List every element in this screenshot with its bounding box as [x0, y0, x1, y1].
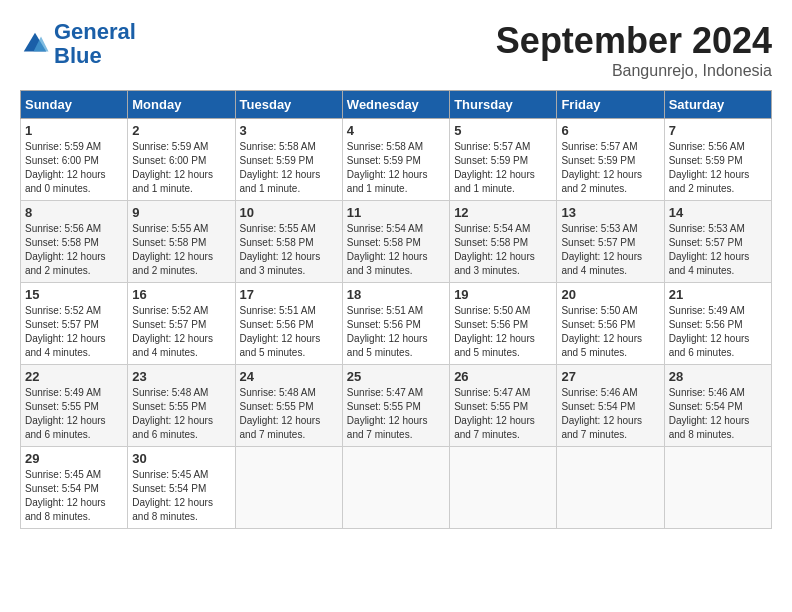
calendar-week-4: 22Sunrise: 5:49 AMSunset: 5:55 PMDayligh…: [21, 365, 772, 447]
day-number: 12: [454, 205, 552, 220]
header-thursday: Thursday: [450, 91, 557, 119]
calendar-cell: 20Sunrise: 5:50 AMSunset: 5:56 PMDayligh…: [557, 283, 664, 365]
title-block: September 2024 Bangunrejo, Indonesia: [496, 20, 772, 80]
calendar-cell: [342, 447, 449, 529]
calendar-cell: 23Sunrise: 5:48 AMSunset: 5:55 PMDayligh…: [128, 365, 235, 447]
day-number: 19: [454, 287, 552, 302]
calendar-cell: 19Sunrise: 5:50 AMSunset: 5:56 PMDayligh…: [450, 283, 557, 365]
day-number: 25: [347, 369, 445, 384]
day-details: Sunrise: 5:59 AMSunset: 6:00 PMDaylight:…: [132, 141, 213, 194]
calendar-cell: 3Sunrise: 5:58 AMSunset: 5:59 PMDaylight…: [235, 119, 342, 201]
day-details: Sunrise: 5:46 AMSunset: 5:54 PMDaylight:…: [561, 387, 642, 440]
day-details: Sunrise: 5:54 AMSunset: 5:58 PMDaylight:…: [454, 223, 535, 276]
calendar-cell: 4Sunrise: 5:58 AMSunset: 5:59 PMDaylight…: [342, 119, 449, 201]
calendar-cell: 13Sunrise: 5:53 AMSunset: 5:57 PMDayligh…: [557, 201, 664, 283]
calendar-cell: 26Sunrise: 5:47 AMSunset: 5:55 PMDayligh…: [450, 365, 557, 447]
day-number: 27: [561, 369, 659, 384]
day-details: Sunrise: 5:45 AMSunset: 5:54 PMDaylight:…: [25, 469, 106, 522]
calendar-cell: 25Sunrise: 5:47 AMSunset: 5:55 PMDayligh…: [342, 365, 449, 447]
logo-general: General: [54, 19, 136, 44]
day-number: 15: [25, 287, 123, 302]
day-number: 22: [25, 369, 123, 384]
calendar-cell: 7Sunrise: 5:56 AMSunset: 5:59 PMDaylight…: [664, 119, 771, 201]
calendar-cell: 17Sunrise: 5:51 AMSunset: 5:56 PMDayligh…: [235, 283, 342, 365]
header-tuesday: Tuesday: [235, 91, 342, 119]
day-details: Sunrise: 5:55 AMSunset: 5:58 PMDaylight:…: [132, 223, 213, 276]
calendar-cell: 27Sunrise: 5:46 AMSunset: 5:54 PMDayligh…: [557, 365, 664, 447]
calendar-cell: 24Sunrise: 5:48 AMSunset: 5:55 PMDayligh…: [235, 365, 342, 447]
day-details: Sunrise: 5:47 AMSunset: 5:55 PMDaylight:…: [454, 387, 535, 440]
day-details: Sunrise: 5:56 AMSunset: 5:59 PMDaylight:…: [669, 141, 750, 194]
day-details: Sunrise: 5:52 AMSunset: 5:57 PMDaylight:…: [25, 305, 106, 358]
location: Bangunrejo, Indonesia: [496, 62, 772, 80]
day-number: 2: [132, 123, 230, 138]
day-details: Sunrise: 5:57 AMSunset: 5:59 PMDaylight:…: [561, 141, 642, 194]
calendar-body: 1Sunrise: 5:59 AMSunset: 6:00 PMDaylight…: [21, 119, 772, 529]
day-details: Sunrise: 5:48 AMSunset: 5:55 PMDaylight:…: [240, 387, 321, 440]
day-number: 16: [132, 287, 230, 302]
day-number: 14: [669, 205, 767, 220]
day-number: 9: [132, 205, 230, 220]
calendar-cell: [557, 447, 664, 529]
day-details: Sunrise: 5:46 AMSunset: 5:54 PMDaylight:…: [669, 387, 750, 440]
day-number: 11: [347, 205, 445, 220]
calendar-cell: 16Sunrise: 5:52 AMSunset: 5:57 PMDayligh…: [128, 283, 235, 365]
calendar-cell: 6Sunrise: 5:57 AMSunset: 5:59 PMDaylight…: [557, 119, 664, 201]
day-number: 20: [561, 287, 659, 302]
calendar-cell: 15Sunrise: 5:52 AMSunset: 5:57 PMDayligh…: [21, 283, 128, 365]
day-details: Sunrise: 5:53 AMSunset: 5:57 PMDaylight:…: [669, 223, 750, 276]
day-details: Sunrise: 5:51 AMSunset: 5:56 PMDaylight:…: [347, 305, 428, 358]
day-details: Sunrise: 5:54 AMSunset: 5:58 PMDaylight:…: [347, 223, 428, 276]
calendar-cell: [664, 447, 771, 529]
calendar-cell: 5Sunrise: 5:57 AMSunset: 5:59 PMDaylight…: [450, 119, 557, 201]
header-wednesday: Wednesday: [342, 91, 449, 119]
day-details: Sunrise: 5:57 AMSunset: 5:59 PMDaylight:…: [454, 141, 535, 194]
day-details: Sunrise: 5:47 AMSunset: 5:55 PMDaylight:…: [347, 387, 428, 440]
day-number: 24: [240, 369, 338, 384]
calendar-cell: 29Sunrise: 5:45 AMSunset: 5:54 PMDayligh…: [21, 447, 128, 529]
logo-icon: [20, 29, 50, 59]
day-details: Sunrise: 5:48 AMSunset: 5:55 PMDaylight:…: [132, 387, 213, 440]
calendar-cell: 8Sunrise: 5:56 AMSunset: 5:58 PMDaylight…: [21, 201, 128, 283]
calendar-cell: 11Sunrise: 5:54 AMSunset: 5:58 PMDayligh…: [342, 201, 449, 283]
calendar-cell: 12Sunrise: 5:54 AMSunset: 5:58 PMDayligh…: [450, 201, 557, 283]
calendar-week-2: 8Sunrise: 5:56 AMSunset: 5:58 PMDaylight…: [21, 201, 772, 283]
header-monday: Monday: [128, 91, 235, 119]
day-number: 1: [25, 123, 123, 138]
calendar-cell: 2Sunrise: 5:59 AMSunset: 6:00 PMDaylight…: [128, 119, 235, 201]
day-number: 3: [240, 123, 338, 138]
day-details: Sunrise: 5:53 AMSunset: 5:57 PMDaylight:…: [561, 223, 642, 276]
day-number: 17: [240, 287, 338, 302]
day-number: 5: [454, 123, 552, 138]
day-number: 23: [132, 369, 230, 384]
day-details: Sunrise: 5:51 AMSunset: 5:56 PMDaylight:…: [240, 305, 321, 358]
day-number: 7: [669, 123, 767, 138]
calendar-cell: 30Sunrise: 5:45 AMSunset: 5:54 PMDayligh…: [128, 447, 235, 529]
day-details: Sunrise: 5:49 AMSunset: 5:56 PMDaylight:…: [669, 305, 750, 358]
day-details: Sunrise: 5:45 AMSunset: 5:54 PMDaylight:…: [132, 469, 213, 522]
day-details: Sunrise: 5:58 AMSunset: 5:59 PMDaylight:…: [347, 141, 428, 194]
calendar-cell: 10Sunrise: 5:55 AMSunset: 5:58 PMDayligh…: [235, 201, 342, 283]
header-row: SundayMondayTuesdayWednesdayThursdayFrid…: [21, 91, 772, 119]
day-details: Sunrise: 5:52 AMSunset: 5:57 PMDaylight:…: [132, 305, 213, 358]
calendar-cell: 1Sunrise: 5:59 AMSunset: 6:00 PMDaylight…: [21, 119, 128, 201]
day-details: Sunrise: 5:50 AMSunset: 5:56 PMDaylight:…: [561, 305, 642, 358]
month-title: September 2024: [496, 20, 772, 62]
day-number: 30: [132, 451, 230, 466]
logo-text: General Blue: [54, 20, 136, 68]
day-number: 21: [669, 287, 767, 302]
day-number: 4: [347, 123, 445, 138]
day-details: Sunrise: 5:50 AMSunset: 5:56 PMDaylight:…: [454, 305, 535, 358]
calendar-cell: 9Sunrise: 5:55 AMSunset: 5:58 PMDaylight…: [128, 201, 235, 283]
calendar-cell: 18Sunrise: 5:51 AMSunset: 5:56 PMDayligh…: [342, 283, 449, 365]
calendar-cell: 28Sunrise: 5:46 AMSunset: 5:54 PMDayligh…: [664, 365, 771, 447]
day-number: 13: [561, 205, 659, 220]
day-number: 28: [669, 369, 767, 384]
calendar-cell: 14Sunrise: 5:53 AMSunset: 5:57 PMDayligh…: [664, 201, 771, 283]
page-header: General Blue September 2024 Bangunrejo, …: [20, 20, 772, 80]
day-number: 8: [25, 205, 123, 220]
day-number: 10: [240, 205, 338, 220]
day-details: Sunrise: 5:56 AMSunset: 5:58 PMDaylight:…: [25, 223, 106, 276]
day-number: 26: [454, 369, 552, 384]
day-number: 18: [347, 287, 445, 302]
